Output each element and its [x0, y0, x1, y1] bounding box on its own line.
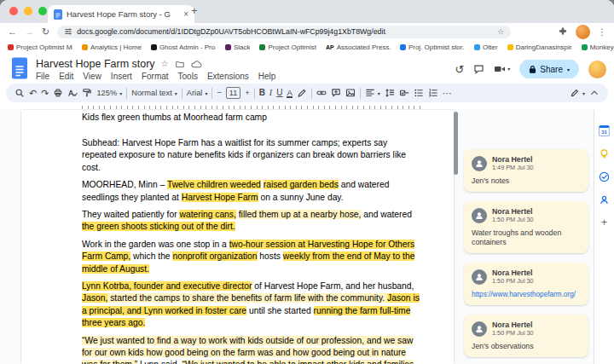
- browser-profile-avatar[interactable]: [576, 25, 590, 39]
- version-history-icon[interactable]: ↺: [455, 64, 464, 75]
- back-icon[interactable]: ←: [8, 27, 17, 37]
- bookmark-item[interactable]: APAssociated Press...: [326, 43, 391, 51]
- quote[interactable]: “We just wanted to find a way to work wi…: [82, 335, 420, 364]
- bookmarks-bar: Project Optimist Mission...Analytics | H…: [0, 40, 614, 55]
- calendar-icon[interactable]: 31: [599, 125, 610, 136]
- document-title[interactable]: Harvest Hope Farm story: [36, 58, 155, 70]
- google-docs-logo-icon[interactable]: [11, 57, 28, 83]
- comment-timestamp: 1:50 PM Jul 30: [492, 329, 534, 337]
- bookmark-item[interactable]: Project Optimist: [259, 43, 316, 51]
- headline[interactable]: Kids flex green thumbs at Moorhead farm …: [82, 112, 420, 124]
- paragraph[interactable]: Work in the garden was one stop in a two…: [82, 239, 420, 275]
- redo-icon[interactable]: ↷: [41, 89, 49, 98]
- insert-image-icon[interactable]: [345, 88, 356, 98]
- move-folder-icon[interactable]: [175, 60, 185, 69]
- bookmark-item[interactable]: Analytics | Home: [82, 43, 142, 51]
- collapse-menus-icon[interactable]: [589, 88, 600, 98]
- italic-icon[interactable]: I: [269, 89, 272, 97]
- menu-edit[interactable]: Edit: [59, 72, 73, 81]
- menu-view[interactable]: View: [83, 72, 101, 81]
- share-dropdown-icon[interactable]: ▾: [567, 66, 570, 72]
- undo-icon[interactable]: ↶: [29, 89, 37, 98]
- account-avatar[interactable]: [588, 61, 606, 78]
- checklist-icon[interactable]: [399, 88, 409, 98]
- bookmark-item[interactable]: Monkeypod Fundr...: [582, 43, 614, 51]
- menus-search-icon[interactable]: [14, 88, 25, 98]
- line-spacing-icon[interactable]: [385, 88, 395, 98]
- numbered-list-icon[interactable]: [428, 88, 438, 98]
- comment-card[interactable]: Nora Hertel1:50 PM Jul 30Jen's observati…: [464, 315, 588, 357]
- lede[interactable]: MOORHEAD, Minn – Twelve children weeded …: [82, 179, 420, 203]
- menu-help[interactable]: Help: [258, 72, 276, 81]
- browser-tab[interactable]: Harvest Hope Farm story - G ×: [48, 5, 194, 23]
- open-comments-icon[interactable]: [473, 64, 484, 75]
- menu-file[interactable]: File: [36, 72, 49, 81]
- menu-format[interactable]: Format: [142, 72, 169, 81]
- text-color-icon[interactable]: A: [287, 89, 292, 98]
- tasks-icon[interactable]: [599, 171, 610, 182]
- close-window-button[interactable]: [9, 7, 18, 15]
- scrollbar-thumb[interactable]: [454, 112, 458, 175]
- comment-card[interactable]: Nora Hertel1:50 PM Jul 30https://www.har…: [464, 263, 588, 305]
- print-icon[interactable]: [53, 88, 63, 98]
- comment-link[interactable]: https://www.harvesthopefarm.org/: [472, 290, 581, 299]
- font-size-value[interactable]: 11: [226, 87, 240, 99]
- spellcheck-icon[interactable]: [67, 88, 78, 98]
- comment-card[interactable]: Nora Hertel1:50 PM Jul 30Water troughs a…: [464, 201, 588, 253]
- toolbar-separator: [360, 88, 361, 99]
- bookmark-item[interactable]: Project Optimist Mission...: [8, 43, 72, 51]
- keep-icon[interactable]: [599, 148, 610, 159]
- increase-font-size[interactable]: +: [245, 89, 249, 97]
- minimize-window-button[interactable]: [24, 7, 32, 15]
- tab-close-icon[interactable]: ×: [183, 9, 188, 19]
- extensions-puzzle-icon[interactable]: [558, 26, 568, 37]
- paragraph[interactable]: Lynn Kotrba, founder and executive direc…: [82, 280, 420, 329]
- menu-tools[interactable]: Tools: [178, 72, 198, 81]
- address-bar[interactable]: docs.google.com/document/d/1IDDtgDZp0UAV…: [57, 26, 511, 38]
- star-document-icon[interactable]: ☆: [161, 60, 169, 68]
- zoom-select-label: 125%: [96, 89, 117, 97]
- bookmark-item[interactable]: DaringDanasinspir...: [507, 43, 572, 51]
- add-comment-icon[interactable]: [331, 88, 341, 98]
- bookmark-item[interactable]: Proj. Optimist stor...: [400, 43, 465, 51]
- subhead[interactable]: Subhead: Harvest Hope Farm has a waitlis…: [82, 137, 420, 174]
- more-options-icon[interactable]: ⋯: [443, 89, 452, 98]
- font-select[interactable]: Arial▾: [187, 89, 208, 97]
- bulleted-list-icon[interactable]: [414, 88, 424, 98]
- zoom-select[interactable]: 125%▾: [96, 89, 122, 97]
- comment-header: Nora Hertel1:49 PM Jul 30: [472, 155, 581, 171]
- editing-mode-icon[interactable]: ▾: [570, 88, 585, 98]
- align-left-icon[interactable]: ▾: [365, 88, 380, 98]
- highlight-color-icon[interactable]: [297, 88, 307, 98]
- decrease-font-size[interactable]: −: [217, 89, 221, 97]
- add-icon[interactable]: +: [601, 217, 607, 228]
- browser-menu-icon[interactable]: ⋮: [598, 27, 606, 37]
- favicon-icon: [259, 44, 265, 50]
- style-select-label: Normal text: [131, 89, 172, 97]
- bookmark-item[interactable]: Otter: [474, 43, 498, 51]
- forward-icon[interactable]: →: [25, 27, 34, 37]
- bold-icon[interactable]: B: [259, 89, 265, 97]
- zoom-window-button[interactable]: [38, 7, 47, 15]
- insert-link-icon[interactable]: [316, 88, 327, 98]
- bookmark-item[interactable]: Slack: [225, 43, 251, 51]
- bookmark-star-icon[interactable]: ☆: [497, 27, 504, 36]
- menu-insert[interactable]: Insert: [111, 72, 132, 81]
- cloud-saved-icon[interactable]: [191, 60, 202, 69]
- bookmark-item[interactable]: Ghost Admin - Pro...: [151, 43, 216, 51]
- menu-extensions[interactable]: Extensions: [207, 72, 249, 81]
- tune-icon[interactable]: [64, 27, 72, 36]
- meet-video-icon[interactable]: ▾: [494, 64, 510, 74]
- comment-timestamp: 1:50 PM Jul 30: [492, 216, 534, 223]
- reload-icon[interactable]: ↻: [42, 27, 49, 37]
- paragraph[interactable]: They waited patiently for watering cans,…: [82, 209, 420, 233]
- bookmark-label: Project Optimist: [268, 43, 316, 51]
- contacts-icon[interactable]: [599, 194, 610, 205]
- paint-format-icon[interactable]: [82, 88, 92, 98]
- share-button[interactable]: Share ▾: [519, 60, 579, 78]
- document-page[interactable]: Kids flex green thumbs at Moorhead farm …: [21, 110, 454, 364]
- comment-card[interactable]: Nora Hertel1:49 PM Jul 30Jen's notes: [464, 149, 588, 192]
- new-tab-button[interactable]: +: [191, 4, 198, 17]
- underline-icon[interactable]: U: [276, 89, 282, 97]
- style-select[interactable]: Normal text▾: [131, 89, 177, 97]
